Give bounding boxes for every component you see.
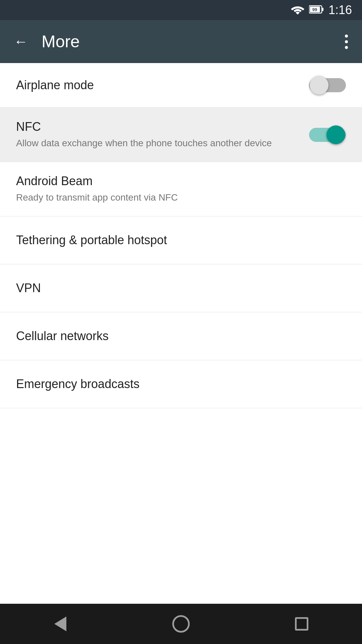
settings-item-android-beam-content: Android BeamReady to transmit app conten… <box>16 174 346 204</box>
settings-item-tethering[interactable]: Tethering & portable hotspot <box>0 216 362 264</box>
wifi-icon <box>291 4 304 16</box>
status-bar: 99 1:16 <box>0 0 362 20</box>
settings-item-nfc-subtitle: Allow data exchange when the phone touch… <box>16 137 309 150</box>
settings-item-tethering-title: Tethering & portable hotspot <box>16 233 167 247</box>
nav-recents-icon <box>295 617 308 631</box>
settings-item-nfc-content: NFCAllow data exchange when the phone to… <box>16 120 309 150</box>
svg-rect-1 <box>322 8 323 11</box>
overflow-menu-button[interactable] <box>342 31 351 52</box>
nav-home-icon <box>172 615 190 633</box>
toggle-thumb-airplane-mode <box>310 76 328 95</box>
settings-item-vpn[interactable]: VPN <box>0 264 362 312</box>
settings-item-airplane-mode-toggle[interactable] <box>309 75 346 95</box>
settings-item-emergency-broadcasts[interactable]: Emergency broadcasts <box>0 360 362 408</box>
app-bar: ← More <box>0 20 362 63</box>
settings-item-airplane-mode-content: Airplane mode <box>16 78 309 92</box>
page-title: More <box>42 32 331 51</box>
battery-icon: 99 <box>309 5 324 15</box>
settings-item-android-beam[interactable]: Android BeamReady to transmit app conten… <box>0 162 362 216</box>
svg-text:99: 99 <box>312 7 317 12</box>
status-icons: 99 1:16 <box>291 3 352 17</box>
overflow-dot-2 <box>345 40 348 43</box>
settings-item-nfc[interactable]: NFCAllow data exchange when the phone to… <box>0 108 362 162</box>
overflow-dot-1 <box>345 35 348 38</box>
settings-item-nfc-toggle[interactable] <box>309 125 346 145</box>
back-button[interactable]: ← <box>11 32 31 52</box>
settings-item-vpn-title: VPN <box>16 281 41 295</box>
settings-item-airplane-mode-title: Airplane mode <box>16 78 309 92</box>
settings-item-nfc-title: NFC <box>16 120 309 134</box>
settings-item-cellular-networks[interactable]: Cellular networks <box>0 312 362 360</box>
back-arrow-icon: ← <box>14 34 28 50</box>
nav-bar <box>0 604 362 644</box>
settings-item-cellular-networks-title: Cellular networks <box>16 329 109 343</box>
settings-item-airplane-mode[interactable]: Airplane mode <box>0 63 362 108</box>
overflow-dot-3 <box>345 46 348 49</box>
toggle-thumb-nfc <box>326 125 345 144</box>
settings-item-android-beam-title: Android Beam <box>16 174 346 188</box>
nav-back-icon <box>54 616 66 631</box>
settings-item-android-beam-subtitle: Ready to transmit app content via NFC <box>16 191 346 204</box>
nav-back-button[interactable] <box>44 610 77 637</box>
nav-recents-button[interactable] <box>285 610 318 637</box>
settings-list: Airplane modeNFCAllow data exchange when… <box>0 63 362 604</box>
settings-item-emergency-broadcasts-title: Emergency broadcasts <box>16 377 139 391</box>
nav-home-button[interactable] <box>164 610 198 637</box>
status-time: 1:16 <box>328 3 352 17</box>
